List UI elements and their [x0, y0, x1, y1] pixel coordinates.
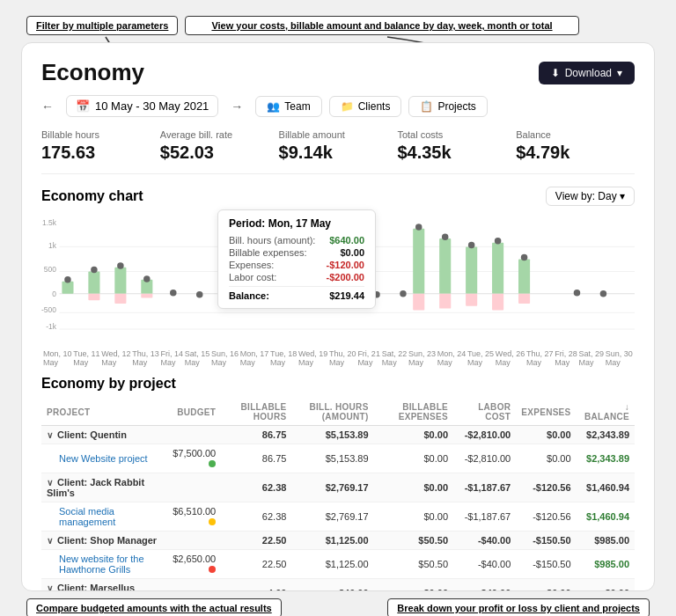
- svg-rect-20: [141, 294, 152, 298]
- stat-balance-label: Balance: [516, 129, 635, 140]
- client-quentin-name: ∨ Client: Quentin: [41, 426, 162, 444]
- prev-date-button[interactable]: ←: [41, 99, 54, 114]
- view-by-button[interactable]: View by: Day ▾: [546, 187, 635, 206]
- stat-billable-amount: Billable amount $9.14k: [279, 129, 398, 163]
- stat-balance-value: $4.79k: [516, 143, 635, 163]
- stat-billable-amount-value: $9.14k: [279, 143, 398, 163]
- tab-clients[interactable]: 📁Clients: [329, 96, 402, 117]
- stat-billable-hours-label: Billable hours: [41, 129, 160, 140]
- svg-rect-46: [466, 246, 477, 293]
- tooltip-balance: Balance: $219.44: [229, 290, 364, 301]
- svg-rect-47: [466, 294, 477, 306]
- header-row: Economy ⬇ Download ▾: [41, 59, 635, 86]
- stat-billable-amount-label: Billable amount: [279, 129, 398, 140]
- svg-text:-500: -500: [41, 305, 56, 314]
- x-axis-labels: Mon, 10May Tue, 11May Wed, 12May Thu, 13…: [41, 349, 635, 367]
- tab-team[interactable]: 👥Team: [255, 96, 321, 117]
- client-row-jackrabbit: ∨ Client: Jack Rabbit Slim's 62.38 $2,76…: [41, 473, 635, 502]
- svg-point-22: [170, 290, 176, 296]
- project-row-new-website: New Website project $7,500.00 86.75 $5,1…: [41, 444, 635, 473]
- annotation-profit: Break down your profit or loss by client…: [387, 598, 650, 616]
- date-range-label: 10 May - 30 May 2021: [95, 99, 209, 113]
- svg-text:-1k: -1k: [46, 322, 56, 331]
- client-row-marsellus: ∨ Client: Marsellus Wallace 4.00 $40.00 …: [41, 579, 635, 592]
- stat-avg-bill-rate-label: Average bill. rate: [160, 129, 279, 140]
- chart-header: Economy chart View by: Day ▾: [41, 187, 635, 206]
- chart-tooltip: Period: Mon, 17 May Bill. hours (amount)…: [217, 209, 376, 309]
- col-billable-expenses: BILLABLE EXPENSES: [374, 399, 453, 426]
- page-title: Economy: [41, 59, 144, 86]
- svg-point-45: [442, 233, 448, 239]
- svg-point-51: [495, 238, 501, 244]
- date-nav: ← 📅 10 May - 30 May 2021 → 👥Team 📁Client…: [41, 95, 635, 117]
- col-bill-amount: BILL. HOURS (AMOUNT): [291, 399, 373, 426]
- svg-rect-11: [62, 282, 73, 294]
- stat-billable-hours-value: 175.63: [41, 143, 160, 163]
- tooltip-row-bill: Bill. hours (amount): $640.00: [229, 235, 364, 246]
- table-section-title: Economy by project: [41, 376, 635, 392]
- stat-total-costs-value: $4.35k: [397, 143, 516, 163]
- download-icon: ⬇: [551, 67, 560, 79]
- svg-point-54: [521, 254, 527, 260]
- tooltip-title: Period: Mon, 17 May: [229, 217, 364, 230]
- chart-title: Economy chart: [41, 188, 143, 204]
- svg-rect-17: [114, 294, 126, 304]
- stats-row: Billable hours 175.63 Average bill. rate…: [41, 129, 635, 174]
- client-row-quentin: ∨ Client: Quentin 86.75 $5,153.89 $0.00 …: [41, 426, 635, 444]
- annotation-budget: Compare budgeted amounts with the actual…: [26, 598, 282, 616]
- svg-rect-16: [114, 268, 126, 294]
- filter-tabs: 👥Team 📁Clients 📋Projects: [255, 96, 487, 117]
- stat-total-costs: Total costs $4.35k: [397, 129, 516, 163]
- col-expenses: EXPENSES: [516, 399, 576, 426]
- svg-text:0: 0: [52, 290, 56, 298]
- svg-rect-53: [518, 294, 530, 304]
- col-budget: BUDGET: [162, 399, 221, 426]
- download-button[interactable]: ⬇ Download ▾: [539, 62, 635, 84]
- svg-rect-43: [439, 238, 451, 294]
- annotation-filter: Filter by multiple parameters: [26, 16, 178, 35]
- stat-avg-bill-rate: Average bill. rate $52.03: [160, 129, 279, 163]
- svg-rect-49: [492, 243, 503, 294]
- svg-rect-41: [413, 294, 424, 311]
- col-labor-cost: LABOR COST: [453, 399, 516, 426]
- stat-billable-hours: Billable hours 175.63: [41, 129, 160, 163]
- svg-point-23: [196, 291, 202, 297]
- calendar-icon: 📅: [76, 99, 90, 113]
- table-header-row: PROJECT BUDGET BILLABLE HOURS BILL. HOUR…: [41, 399, 635, 426]
- svg-point-56: [600, 290, 606, 297]
- stat-total-costs-label: Total costs: [397, 129, 516, 140]
- date-range[interactable]: 📅 10 May - 30 May 2021: [66, 95, 218, 117]
- download-caret: ▾: [617, 67, 622, 79]
- svg-point-12: [64, 276, 70, 282]
- svg-point-15: [91, 267, 97, 273]
- svg-point-39: [400, 290, 406, 297]
- svg-text:1.5k: 1.5k: [42, 218, 57, 227]
- svg-point-21: [143, 275, 150, 282]
- main-card: Economy ⬇ Download ▾ ← 📅 10 May - 30 May…: [21, 42, 655, 591]
- svg-rect-40: [413, 229, 424, 294]
- svg-point-48: [468, 242, 474, 248]
- col-project: PROJECT: [41, 399, 162, 426]
- tooltip-row-exp: Expenses: -$120.00: [229, 260, 364, 270]
- stat-avg-bill-rate-value: $52.03: [160, 143, 279, 163]
- project-row-hawthorne: New website for the Hawthorne Grills $2,…: [41, 550, 635, 579]
- svg-text:500: 500: [44, 265, 56, 274]
- col-balance: ↓ BALANCE: [577, 399, 635, 426]
- tab-projects[interactable]: 📋Projects: [408, 96, 487, 117]
- project-row-social-media: Social media management $6,510.00 62.38 …: [41, 502, 635, 532]
- svg-rect-52: [518, 259, 530, 293]
- tooltip-row-expenses: Billable expenses: $0.00: [229, 247, 364, 258]
- col-billable-hours: BILLABLE HOURS: [221, 399, 291, 426]
- svg-rect-44: [439, 294, 451, 309]
- svg-text:1k: 1k: [48, 241, 57, 250]
- client-row-shopmanager: ∨ Client: Shop Manager 22.50 $1,125.00 $…: [41, 532, 635, 550]
- annotation-costs: View your costs, billable amount and bal…: [185, 16, 579, 35]
- next-date-button[interactable]: →: [231, 99, 243, 114]
- download-label: Download: [565, 67, 612, 79]
- stat-balance: Balance $4.79k: [516, 129, 635, 163]
- svg-point-18: [117, 262, 123, 268]
- svg-rect-14: [88, 294, 99, 300]
- svg-rect-50: [492, 294, 503, 311]
- svg-point-42: [415, 224, 422, 230]
- svg-point-55: [574, 290, 580, 296]
